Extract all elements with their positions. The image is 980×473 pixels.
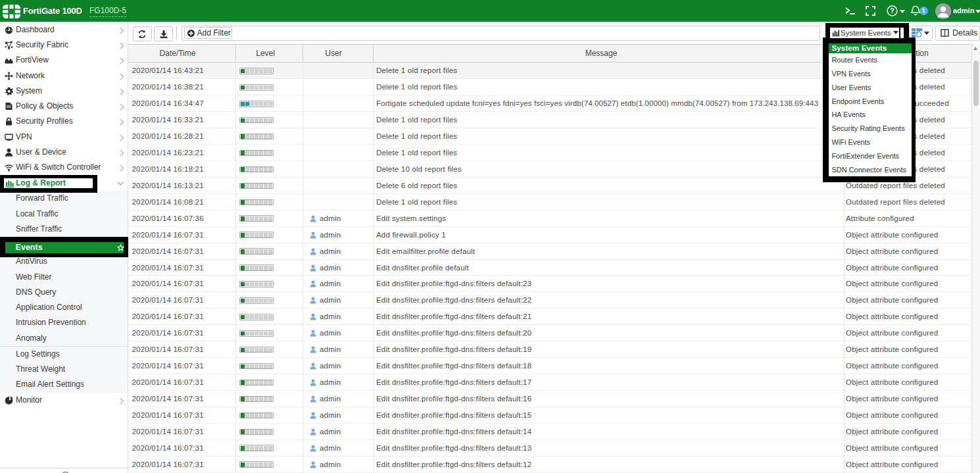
- svg-text:?: ?: [890, 7, 894, 14]
